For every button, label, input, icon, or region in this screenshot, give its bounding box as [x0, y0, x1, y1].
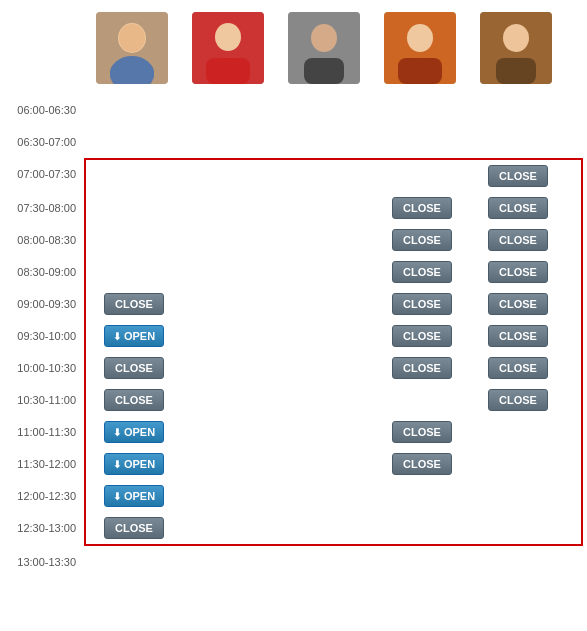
time-label: 12:00-12:30	[4, 480, 84, 512]
schedule-cell	[86, 192, 182, 224]
instructor-col-angel	[180, 8, 276, 88]
schedule-cell	[278, 384, 374, 416]
schedule-cell: ⬇ OPEN	[86, 480, 182, 512]
schedule-row: 12:30-13:00CLOSE	[4, 512, 583, 546]
open-button[interactable]: ⬇ OPEN	[104, 485, 164, 507]
close-button[interactable]: CLOSE	[488, 261, 548, 283]
schedule-cell: CLOSE	[374, 256, 470, 288]
schedule-cell	[468, 94, 564, 126]
svg-point-6	[215, 23, 241, 51]
schedule-row: 11:00-11:30⬇ OPENCLOSE	[4, 416, 583, 448]
time-label: 12:30-13:00	[4, 512, 84, 544]
close-button[interactable]: CLOSE	[392, 261, 452, 283]
schedule-cell	[470, 512, 566, 544]
schedule-cell	[278, 160, 374, 192]
schedule-cell	[182, 192, 278, 224]
avatar-diana	[288, 12, 360, 84]
close-button[interactable]: CLOSE	[104, 389, 164, 411]
close-button[interactable]: CLOSE	[392, 197, 452, 219]
time-label: 13:00-13:30	[4, 546, 84, 578]
schedule-cell	[182, 288, 278, 320]
schedule-cell	[278, 320, 374, 352]
schedule-row: 09:30-10:00⬇ OPENCLOSECLOSE	[4, 320, 583, 352]
close-button[interactable]: CLOSE	[392, 357, 452, 379]
schedule-cell	[468, 546, 564, 578]
schedule-cell	[468, 126, 564, 158]
schedule-row: 08:00-08:30CLOSECLOSE	[4, 224, 583, 256]
schedule-cell	[278, 512, 374, 544]
schedule-cell	[278, 448, 374, 480]
close-button[interactable]: CLOSE	[488, 357, 548, 379]
close-button[interactable]: CLOSE	[392, 453, 452, 475]
schedule-cell: CLOSE	[374, 448, 470, 480]
schedule-row: 08:30-09:00CLOSECLOSE	[4, 256, 583, 288]
schedule-cell	[84, 126, 180, 158]
schedule-cell	[374, 480, 470, 512]
schedule-cell	[182, 352, 278, 384]
schedule-cell	[182, 224, 278, 256]
close-button[interactable]: CLOSE	[488, 293, 548, 315]
schedule-row: 06:00-06:30	[4, 94, 583, 126]
schedule-row: 11:30-12:00⬇ OPENCLOSE	[4, 448, 583, 480]
schedule-cell	[278, 288, 374, 320]
schedule-cell	[278, 352, 374, 384]
schedule-cell	[84, 94, 180, 126]
schedule-cell	[374, 160, 470, 192]
close-button[interactable]: CLOSE	[104, 293, 164, 315]
schedule-cell	[182, 160, 278, 192]
schedule-cell	[372, 126, 468, 158]
schedule-cell	[182, 512, 278, 544]
schedule-cell: ⬇ OPEN	[86, 448, 182, 480]
close-button[interactable]: CLOSE	[488, 197, 548, 219]
close-button[interactable]: CLOSE	[392, 229, 452, 251]
main-container: 06:00-06:3006:30-07:0007:00-07:30CLOSE07…	[0, 0, 587, 586]
avatar-ems	[384, 12, 456, 84]
schedule-cell	[180, 126, 276, 158]
time-label: 10:00-10:30	[4, 352, 84, 384]
svg-point-18	[503, 24, 529, 52]
time-label: 08:30-09:00	[4, 256, 84, 288]
close-button[interactable]: CLOSE	[488, 229, 548, 251]
close-button[interactable]: CLOSE	[392, 421, 452, 443]
schedule-cell	[84, 546, 180, 578]
close-button[interactable]: CLOSE	[392, 293, 452, 315]
schedule-cell: CLOSE	[374, 224, 470, 256]
schedule-row: 07:30-08:00CLOSECLOSE	[4, 192, 583, 224]
schedule-cell	[182, 320, 278, 352]
time-label: 06:30-07:00	[4, 126, 84, 158]
schedule-cell	[278, 480, 374, 512]
schedule-cell	[374, 512, 470, 544]
schedule-cell: CLOSE	[470, 160, 566, 192]
schedule-cell	[372, 94, 468, 126]
schedule-cell: CLOSE	[86, 384, 182, 416]
close-button[interactable]: CLOSE	[104, 517, 164, 539]
time-label: 11:30-12:00	[4, 448, 84, 480]
schedule-row: 07:00-07:30CLOSE	[4, 158, 583, 192]
schedule-cell: CLOSE	[374, 416, 470, 448]
avatar-faye	[480, 12, 552, 84]
schedule-row: 10:00-10:30CLOSECLOSECLOSE	[4, 352, 583, 384]
schedule-cell: CLOSE	[470, 384, 566, 416]
svg-rect-4	[110, 62, 154, 84]
schedule-cell	[278, 192, 374, 224]
schedule-cell	[470, 448, 566, 480]
time-label: 09:30-10:00	[4, 320, 84, 352]
close-button[interactable]: CLOSE	[488, 165, 548, 187]
svg-point-14	[407, 24, 433, 52]
close-button[interactable]: CLOSE	[488, 389, 548, 411]
close-button[interactable]: CLOSE	[392, 325, 452, 347]
schedule-cell: CLOSE	[374, 320, 470, 352]
close-button[interactable]: CLOSE	[104, 357, 164, 379]
schedule-row: 09:00-09:30CLOSECLOSECLOSE	[4, 288, 583, 320]
schedule-cell	[276, 126, 372, 158]
time-label: 07:00-07:30	[4, 158, 84, 190]
schedule-cell	[180, 546, 276, 578]
schedule-cell: CLOSE	[470, 224, 566, 256]
time-label: 08:00-08:30	[4, 224, 84, 256]
schedule-cell	[372, 546, 468, 578]
open-button[interactable]: ⬇ OPEN	[104, 325, 164, 347]
open-button[interactable]: ⬇ OPEN	[104, 453, 164, 475]
schedule-cell: CLOSE	[86, 288, 182, 320]
close-button[interactable]: CLOSE	[488, 325, 548, 347]
open-button[interactable]: ⬇ OPEN	[104, 421, 164, 443]
